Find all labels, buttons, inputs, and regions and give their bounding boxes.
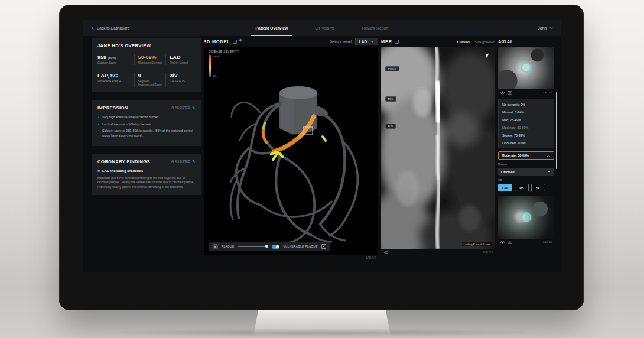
plaque-field-label: Plaque	[498, 163, 554, 166]
vessel-select-value: LAD	[359, 40, 367, 44]
impression-title: IMPRESSION	[97, 105, 128, 110]
mpr-viewport[interactable]: PROX MID DIS Looking R out of IS view	[381, 47, 495, 249]
slider-knob[interactable]	[265, 245, 268, 248]
axial-scrollbar[interactable]	[556, 92, 557, 169]
vp-button-group: LAP PB SC	[498, 184, 554, 191]
model-3d-viewport[interactable]: DISEASE SEVERITY 100% 0% PLAQUE	[204, 47, 378, 255]
mpr-panel: MPR Curved Straightened	[381, 36, 495, 255]
vessel-select-dropdown[interactable]: LAD	[355, 38, 378, 46]
vp-button-lap[interactable]: LAP	[498, 184, 512, 191]
vp-button-pb[interactable]: PB	[515, 184, 529, 191]
stenosis-option[interactable]: No stenosis: 0%	[499, 100, 554, 108]
tab-patient-overview[interactable]: Patient Overview	[256, 20, 288, 36]
stat-vulnerable-plaque: LAP, SC Vulnerable Plaque	[97, 73, 134, 87]
eye-icon[interactable]	[383, 251, 389, 254]
vulnerable-plaque-toggle[interactable]	[272, 245, 279, 249]
stenosis-options-list: No stenosis: 0% Minimal: 1-24% Mild: 25-…	[498, 99, 554, 148]
model-reset-view-icon[interactable]	[239, 40, 243, 44]
maximum-stenosis-label: Maximum Stenosis	[138, 61, 164, 65]
summary-sidebar: JANE HD'S OVERVIEW 959 (89%) Calcium Sco…	[92, 38, 201, 195]
coronary-findings-card: CORONARY FINDINGS AI ASSISTED ✎ LAD incl…	[92, 154, 201, 195]
user-menu[interactable]: John	[538, 26, 553, 30]
main-content: JANE HD'S OVERVIEW 959 (89%) Calcium Sco…	[83, 36, 561, 272]
plaque-controls-bar: PLAQUE VULNERABLE PLAQUE	[209, 242, 330, 251]
segment-involvement-value: 9	[138, 73, 164, 79]
app-screen: Back to Dashboard Patient Overview CT Vo…	[83, 20, 561, 272]
segment-involvement-label: Segment Involvement Score	[138, 80, 164, 87]
eye-icon[interactable]	[500, 91, 505, 95]
calcium-score-value: 959	[97, 54, 106, 60]
legend-title: DISEASE SEVERITY	[209, 50, 239, 53]
segment-marker-dis[interactable]: DIS	[385, 124, 396, 129]
vessel-contour-ring	[521, 63, 531, 73]
vulnerable-plaque-legend-button[interactable]	[321, 244, 326, 249]
cad-rads-value: 3/V	[170, 73, 193, 79]
finding-vessel-label: LAD including branches	[102, 169, 143, 173]
chevron-up-icon	[547, 154, 551, 157]
chevron-left-icon	[91, 26, 95, 30]
stenosis-option[interactable]: Occluded: 100%	[499, 139, 554, 147]
impression-bullet: Luminal stenosis > 50% by diameter.	[97, 122, 196, 127]
plaque-type-dropdown[interactable]: Calcified	[498, 168, 554, 176]
axial-bottom-label: LAD 4/4	[543, 240, 552, 243]
axial-thumbnail-top[interactable]	[498, 47, 554, 89]
maximum-stenosis-value: 50-69%	[138, 54, 164, 60]
plaque-opacity-slider[interactable]	[238, 246, 268, 247]
plaque-label: PLAQUE	[222, 245, 234, 248]
stenosis-option[interactable]: Mild: 25-49%	[499, 116, 554, 124]
eye-icon[interactable]	[500, 240, 505, 244]
edit-pencil-icon[interactable]: ✎	[192, 106, 196, 110]
mode-straightened[interactable]: Straightened	[474, 40, 495, 44]
stenosis-select-field[interactable]: Moderate: 50-69%	[498, 151, 554, 160]
coronary-tree-3d	[204, 47, 378, 255]
patient-overview-card: JANE HD'S OVERVIEW 959 (89%) Calcium Sco…	[92, 38, 201, 92]
vulnerable-plaque-value: LAP, SC	[97, 73, 132, 79]
disease-severity-legend: DISEASE SEVERITY 100% 0%	[209, 50, 239, 77]
edit-pencil-icon[interactable]: ✎	[192, 159, 196, 164]
mpr-ct-image	[381, 47, 495, 249]
stat-calcium-score: 959 (89%) Calcium Score	[97, 54, 134, 65]
segment-marker-prox[interactable]: PROX	[385, 66, 399, 72]
stat-segment-involvement: 9 Segment Involvement Score	[134, 73, 166, 87]
stenosis-option[interactable]: Severe: 70-99%	[499, 131, 554, 139]
stenosis-option[interactable]: Minimal: 1-24%	[499, 108, 554, 116]
axial-thumbnail-bottom[interactable]	[498, 196, 554, 239]
impression-card: IMPRESSION AI ASSISTED ✎ Very high absol…	[92, 100, 201, 145]
tab-review-report[interactable]: Review Report	[362, 20, 389, 36]
mode-curved[interactable]: Curved	[457, 40, 470, 44]
chevron-down-icon	[549, 27, 553, 30]
vulnerable-plaque-label: VULNERABLE PLAQUE	[283, 245, 317, 248]
priority-vessel-label: Priority Vessel	[170, 61, 193, 65]
model-settings-icon[interactable]	[233, 40, 237, 44]
vessel-bullet-dot	[97, 170, 100, 172]
nav-tabs: Patient Overview CT Volume Review Report	[83, 20, 561, 36]
cad-rads-label: CAD-RADS	[170, 80, 193, 83]
vp-field-label: VP	[498, 179, 554, 182]
back-to-dashboard-button[interactable]: Back to Dashboard	[91, 26, 129, 30]
calcium-score-percentile: (89%)	[108, 56, 116, 60]
camera-icon[interactable]	[508, 240, 512, 244]
finding-vessel-row[interactable]: LAD including branches	[97, 169, 196, 173]
camera-icon[interactable]	[508, 90, 512, 95]
axial-top-label: LAD 4/4	[543, 91, 552, 94]
stenosis-option[interactable]: Moderate: 50-69%	[499, 124, 554, 131]
vessel-contour-ring	[521, 212, 531, 222]
vulnerable-plaque-label: Vulnerable Plaque	[97, 80, 132, 83]
chevron-down-icon	[547, 170, 551, 173]
top-navbar: Back to Dashboard Patient Overview CT Vo…	[83, 20, 561, 36]
segment-marker-mid[interactable]: MID	[385, 96, 396, 102]
axial-title: AXIAL	[498, 39, 513, 44]
axial-top-toolbar: LAD 4/4	[498, 89, 554, 96]
tab-ct-volume[interactable]: CT Volume	[315, 20, 335, 36]
mpr-mode-switch: Curved Straightened	[457, 40, 495, 44]
mpr-orientation-overlay: Looking R out of IS view	[462, 242, 492, 246]
impression-ai-tag: AI ASSISTED ✎	[171, 106, 196, 110]
vp-button-sc[interactable]: SC	[531, 184, 545, 191]
stat-cad-rads: 3/V CAD-RADS	[165, 73, 196, 87]
model-3d-title: 3D MODEL	[204, 39, 230, 44]
ai-assisted-label: AI ASSISTED	[171, 106, 190, 109]
user-name: John	[538, 26, 547, 30]
mpr-settings-icon[interactable]	[395, 40, 399, 44]
impression-bullet: Calcium score of 959, 89th percentile. (…	[97, 129, 196, 138]
plaque-visibility-toggle[interactable]	[213, 244, 218, 249]
